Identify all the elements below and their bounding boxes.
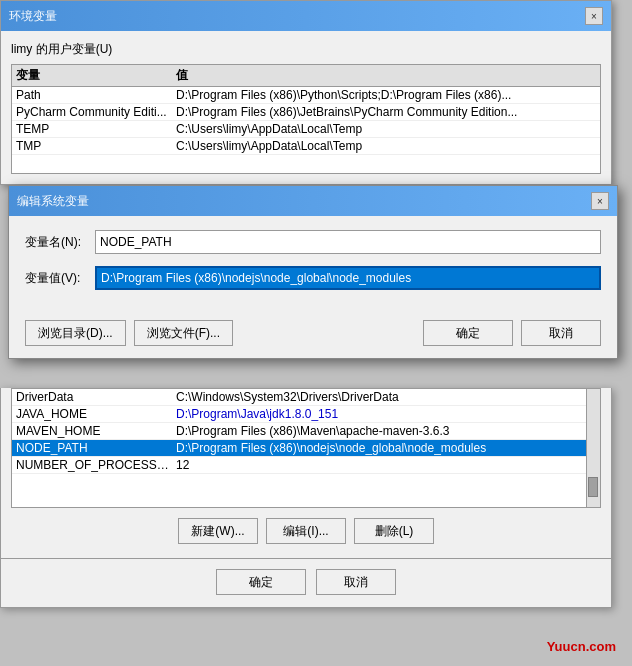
var-value: D:\Program Files (x86)\nodejs\node_globa… [176, 441, 582, 455]
table-row[interactable]: DriverData C:\Windows\System32\Drivers\D… [12, 389, 600, 406]
new-button[interactable]: 新建(W)... [178, 518, 258, 544]
cancel-button[interactable]: 取消 [521, 320, 601, 346]
table-row[interactable]: Path D:\Program Files (x86)\Python\Scrip… [12, 87, 600, 104]
edit-title-bar: 编辑系统变量 × [9, 186, 617, 216]
sys-vars-table: DriverData C:\Windows\System32\Drivers\D… [11, 388, 601, 508]
var-name: JAVA_HOME [16, 407, 176, 421]
var-value: D:\Program\Java\jdk1.8.0_151 [176, 407, 582, 421]
bottom-buttons: 确定 取消 [1, 563, 611, 607]
var-name-label: 变量名(N): [25, 234, 95, 251]
var-name-row: 变量名(N): [25, 230, 601, 254]
var-value-input[interactable] [95, 266, 601, 290]
browse-file-button[interactable]: 浏览文件(F)... [134, 320, 233, 346]
env-window-title: 环境变量 [9, 8, 57, 25]
edit-dialog-title: 编辑系统变量 [17, 193, 89, 210]
var-value: D:\Program Files (x86)\Python\Scripts;D:… [176, 88, 596, 102]
title-bar-buttons: × [585, 7, 603, 25]
table-row[interactable]: NUMBER_OF_PROCESSORS 12 [12, 457, 600, 474]
ok-button[interactable]: 确定 [423, 320, 513, 346]
edit-dialog: 编辑系统变量 × 变量名(N): 变量值(V): 浏览目录(D)... 浏览文件… [8, 185, 618, 359]
sys-vars-section: DriverData C:\Windows\System32\Drivers\D… [0, 388, 612, 608]
scrollbar-thumb[interactable] [588, 477, 598, 497]
user-table-header: 变量 值 [12, 65, 600, 87]
var-value: 12 [176, 458, 582, 472]
divider [1, 558, 611, 559]
delete-button[interactable]: 删除(L) [354, 518, 434, 544]
var-name: NODE_PATH [16, 441, 176, 455]
var-value: C:\Users\limy\AppData\Local\Temp [176, 122, 596, 136]
var-name: MAVEN_HOME [16, 424, 176, 438]
watermark: Yuucn.com [547, 639, 616, 654]
close-icon[interactable]: × [585, 7, 603, 25]
user-vars-table: 变量 值 Path D:\Program Files (x86)\Python\… [11, 64, 601, 174]
var-name: Path [16, 88, 176, 102]
table-row[interactable]: TMP C:\Users\limy\AppData\Local\Temp [12, 138, 600, 155]
env-title-bar: 环境变量 × [1, 1, 611, 31]
var-name: NUMBER_OF_PROCESSORS [16, 458, 176, 472]
edit-title-buttons: × [591, 192, 609, 210]
var-value-label: 变量值(V): [25, 270, 95, 287]
table-row[interactable]: NODE_PATH D:\Program Files (x86)\nodejs\… [12, 440, 600, 457]
main-cancel-button[interactable]: 取消 [316, 569, 396, 595]
var-name-input[interactable] [95, 230, 601, 254]
env-window: 环境变量 × limy 的用户变量(U) 变量 值 Path D:\Progra… [0, 0, 612, 185]
sys-action-buttons: 新建(W)... 编辑(I)... 删除(L) [1, 508, 611, 554]
table-row[interactable]: JAVA_HOME D:\Program\Java\jdk1.8.0_151 [12, 406, 600, 423]
var-name: TMP [16, 139, 176, 153]
main-ok-button[interactable]: 确定 [216, 569, 306, 595]
edit-button[interactable]: 编辑(I)... [266, 518, 346, 544]
close-icon[interactable]: × [591, 192, 609, 210]
user-section-label: limy 的用户变量(U) [11, 41, 601, 58]
table-row[interactable]: PyCharm Community Editi... D:\Program Fi… [12, 104, 600, 121]
var-value: C:\Users\limy\AppData\Local\Temp [176, 139, 596, 153]
browse-dir-button[interactable]: 浏览目录(D)... [25, 320, 126, 346]
scrollbar[interactable] [586, 389, 600, 507]
var-value: D:\Program Files (x86)\Maven\apache-mave… [176, 424, 582, 438]
var-name: DriverData [16, 390, 176, 404]
env-content: limy 的用户变量(U) 变量 值 Path D:\Program Files… [1, 31, 611, 184]
col-var-header: 变量 [16, 67, 176, 84]
var-value: D:\Program Files (x86)\JetBrains\PyCharm… [176, 105, 596, 119]
col-val-header: 值 [176, 67, 596, 84]
var-name: TEMP [16, 122, 176, 136]
var-value: C:\Windows\System32\Drivers\DriverData [176, 390, 582, 404]
var-value-row: 变量值(V): [25, 266, 601, 290]
var-name: PyCharm Community Editi... [16, 105, 176, 119]
edit-form: 变量名(N): 变量值(V): [9, 216, 617, 312]
table-row[interactable]: MAVEN_HOME D:\Program Files (x86)\Maven\… [12, 423, 600, 440]
table-row[interactable]: TEMP C:\Users\limy\AppData\Local\Temp [12, 121, 600, 138]
edit-action-buttons: 浏览目录(D)... 浏览文件(F)... 确定 取消 [9, 312, 617, 358]
